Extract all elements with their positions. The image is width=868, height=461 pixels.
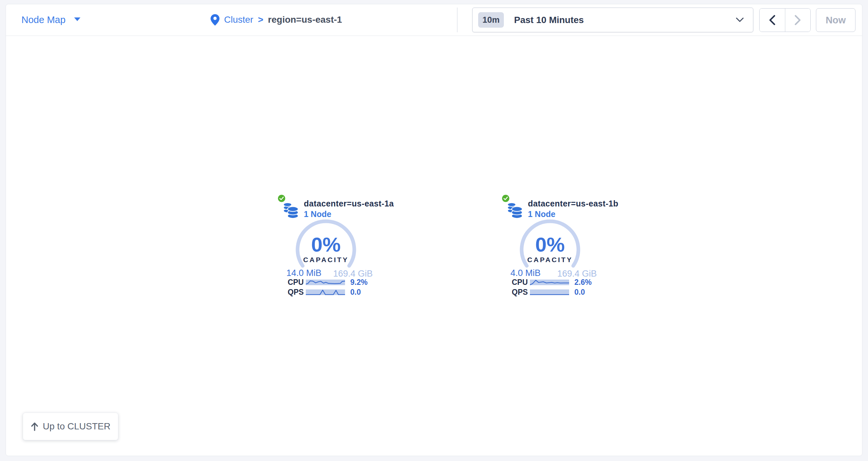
location-pin-icon: [211, 14, 219, 26]
cpu-sparkline: [306, 279, 345, 285]
qps-value: 0.0: [350, 289, 361, 296]
qps-value: 0.0: [575, 289, 585, 296]
cpu-value: 9.2%: [350, 278, 367, 286]
cpu-row: CPU 2.6%: [503, 278, 606, 286]
qps-sparkline: [530, 290, 569, 295]
time-prev-button[interactable]: [760, 8, 785, 32]
capacity-used: 14.0 MiB: [286, 268, 322, 278]
up-to-cluster-button[interactable]: Up to CLUSTER: [23, 413, 118, 440]
view-mode-label: Node Map: [22, 14, 66, 25]
header-divider: [457, 7, 457, 32]
up-to-cluster-label: Up to CLUSTER: [43, 421, 111, 432]
node-map-panel: Node Map Cluster > region=us-east-1 10m …: [6, 4, 862, 456]
time-range-label: Past 10 Minutes: [514, 15, 584, 25]
qps-row: QPS 0.0: [279, 289, 381, 296]
datacenter-name: datacenter=us-east-1a: [304, 199, 394, 208]
breadcrumb-current: region=us-east-1: [268, 14, 342, 25]
cpu-sparkline: [530, 279, 569, 285]
cpu-value: 2.6%: [575, 278, 591, 286]
time-range-badge: 10m: [478, 12, 504, 28]
chevron-down-icon: [736, 18, 744, 22]
time-nav-arrows: [759, 8, 811, 32]
time-range-select[interactable]: 10m Past 10 Minutes: [472, 7, 753, 32]
capacity-percent: 0%: [290, 234, 362, 255]
datacenter-card-us-east-1b[interactable]: datacenter=us-east-1b 1 Node 0% CAPACITY…: [503, 193, 606, 303]
header-bar: Node Map Cluster > region=us-east-1 10m …: [6, 4, 862, 36]
cpu-row: CPU 9.2%: [279, 278, 381, 286]
view-mode-dropdown[interactable]: Node Map: [22, 4, 81, 35]
capacity-caption: CAPACITY: [290, 256, 362, 264]
breadcrumb-separator: >: [258, 14, 263, 25]
capacity-total: 169.4 GiB: [333, 269, 373, 279]
capacity-percent: 0%: [514, 234, 586, 255]
qps-row: QPS 0.0: [503, 289, 606, 296]
now-button[interactable]: Now: [816, 8, 856, 32]
capacity-caption: CAPACITY: [514, 256, 586, 264]
datacenter-name: datacenter=us-east-1b: [528, 199, 618, 208]
capacity-used: 4.0 MiB: [510, 268, 541, 278]
arrow-up-icon: [31, 422, 38, 431]
datacenter-card-us-east-1a[interactable]: datacenter=us-east-1a 1 Node 0% CAPACITY…: [279, 193, 381, 303]
chevron-right-icon: [795, 15, 801, 25]
breadcrumb: Cluster > region=us-east-1: [211, 4, 342, 35]
qps-label: QPS: [512, 289, 528, 296]
qps-sparkline: [306, 290, 345, 295]
cpu-label: CPU: [288, 278, 304, 286]
cpu-label: CPU: [512, 278, 528, 286]
capacity-total: 169.4 GiB: [557, 269, 597, 279]
breadcrumb-cluster-link[interactable]: Cluster: [224, 14, 253, 25]
chevron-left-icon: [769, 15, 775, 25]
time-next-button[interactable]: [785, 8, 811, 32]
caret-down-icon: [74, 17, 81, 23]
qps-label: QPS: [288, 289, 304, 296]
